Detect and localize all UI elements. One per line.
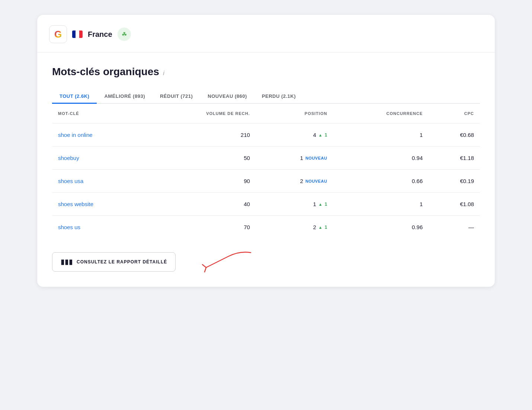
keyword-link[interactable]: shoe in online <box>58 132 93 138</box>
position-cell: 2▲1 <box>256 216 333 239</box>
table-row: shoes usa902NOUVEAU0.66€0.19 <box>52 170 480 193</box>
nouveau-badge: NOUVEAU <box>305 179 327 183</box>
up-arrow-icon: ▲ <box>318 225 323 230</box>
position-inner: 2▲1 <box>262 224 327 230</box>
leaf-badge: ☘ <box>118 28 131 41</box>
keywords-table-wrap: MOT-CLÉ VOLUME DE RECH. POSITION CONCURR… <box>52 104 480 238</box>
position-delta: 1 <box>325 202 327 207</box>
position-delta: 1 <box>325 132 327 138</box>
google-g-icon: G <box>54 29 62 40</box>
volume-cell: 50 <box>146 147 256 170</box>
keyword-link[interactable]: shoes us <box>58 224 80 230</box>
volume-cell: 40 <box>146 193 256 216</box>
position-inner: 4▲1 <box>262 132 327 138</box>
tab-perdu[interactable]: PERDU (2.1K) <box>254 90 303 104</box>
tab-ameliore[interactable]: AMÉLIORÉ (893) <box>97 90 153 104</box>
cpc-cell: €0.19 <box>429 170 480 193</box>
google-logo: G <box>49 25 67 43</box>
col-header-concurrence: CONCURRENCE <box>333 104 429 124</box>
volume-cell: 90 <box>146 170 256 193</box>
position-cell: 1NOUVEAU <box>256 147 333 170</box>
nouveau-badge: NOUVEAU <box>305 156 327 160</box>
info-icon: i <box>163 70 164 76</box>
tab-tout[interactable]: TOUT (2.6K) <box>52 90 97 104</box>
table-row: shoes us702▲10.96— <box>52 216 480 239</box>
col-header-cpc: CPC <box>429 104 480 124</box>
table-header-row: MOT-CLÉ VOLUME DE RECH. POSITION CONCURR… <box>52 104 480 124</box>
position-cell: 1▲1 <box>256 193 333 216</box>
position-number: 2 <box>300 178 303 184</box>
red-arrow-svg <box>191 249 258 275</box>
france-flag <box>72 31 83 38</box>
up-arrow-icon: ▲ <box>318 202 323 206</box>
content-area: Mots-clés organiques i TOUT (2.6K) AMÉLI… <box>37 52 495 238</box>
position-delta: 1 <box>325 225 327 230</box>
table-row: shoe in online2104▲11€0.68 <box>52 124 480 147</box>
cpc-cell: €0.68 <box>429 124 480 147</box>
position-number: 4 <box>313 132 316 138</box>
tabs-bar: TOUT (2.6K) AMÉLIORÉ (893) RÉDUIT (721) … <box>52 90 480 104</box>
position-cell: 2NOUVEAU <box>256 170 333 193</box>
col-header-volume: VOLUME DE RECH. <box>146 104 256 124</box>
keyword-cell: shoe in online <box>52 124 146 147</box>
concurrence-cell: 0.96 <box>333 216 429 239</box>
col-header-position: POSITION <box>256 104 333 124</box>
keyword-cell: shoes usa <box>52 170 146 193</box>
keyword-link[interactable]: shoes usa <box>58 178 83 184</box>
cpc-cell: €1.08 <box>429 193 480 216</box>
concurrence-cell: 1 <box>333 193 429 216</box>
cpc-cell: €1.18 <box>429 147 480 170</box>
flag-red <box>79 31 83 38</box>
top-bar: G France ☘ <box>37 15 495 52</box>
cpc-cell: — <box>429 216 480 239</box>
position-inner: 1NOUVEAU <box>262 155 327 161</box>
arrow-annotation <box>188 249 258 275</box>
keyword-cell: shoebuy <box>52 147 146 170</box>
main-card: G France ☘ Mots-clés organiques i TOUT (… <box>37 15 495 287</box>
table-row: shoes website401▲11€1.08 <box>52 193 480 216</box>
leaf-icon: ☘ <box>122 31 127 38</box>
section-title-row: Mots-clés organiques i <box>52 66 480 78</box>
flag-white <box>76 31 79 38</box>
position-number: 2 <box>313 224 316 230</box>
tab-reduit[interactable]: RÉDUIT (721) <box>153 90 200 104</box>
concurrence-cell: 0.66 <box>333 170 429 193</box>
concurrence-cell: 1 <box>333 124 429 147</box>
up-arrow-icon: ▲ <box>318 133 323 137</box>
volume-cell: 210 <box>146 124 256 147</box>
position-inner: 2NOUVEAU <box>262 178 327 184</box>
keyword-cell: shoes us <box>52 216 146 239</box>
keyword-link[interactable]: shoes website <box>58 201 93 207</box>
tab-nouveau[interactable]: NOUVEAU (860) <box>200 90 254 104</box>
table-row: shoebuy501NOUVEAU0.94€1.18 <box>52 147 480 170</box>
position-number: 1 <box>313 201 316 207</box>
report-button-label: CONSULTEZ LE RAPPORT DÉTAILLÉ <box>77 259 167 265</box>
position-cell: 4▲1 <box>256 124 333 147</box>
position-inner: 1▲1 <box>262 201 327 207</box>
keyword-cell: shoes website <box>52 193 146 216</box>
report-button[interactable]: ▮▮▮ CONSULTEZ LE RAPPORT DÉTAILLÉ <box>52 252 176 272</box>
col-header-keyword: MOT-CLÉ <box>52 104 146 124</box>
footer-row: ▮▮▮ CONSULTEZ LE RAPPORT DÉTAILLÉ <box>37 238 495 275</box>
keyword-link[interactable]: shoebuy <box>58 155 79 161</box>
keywords-table: MOT-CLÉ VOLUME DE RECH. POSITION CONCURR… <box>52 104 480 238</box>
flag-blue <box>72 31 76 38</box>
country-name: France <box>88 30 112 39</box>
position-number: 1 <box>300 155 303 161</box>
bar-chart-icon: ▮▮▮ <box>61 258 73 266</box>
concurrence-cell: 0.94 <box>333 147 429 170</box>
volume-cell: 70 <box>146 216 256 239</box>
section-title: Mots-clés organiques <box>52 66 159 77</box>
